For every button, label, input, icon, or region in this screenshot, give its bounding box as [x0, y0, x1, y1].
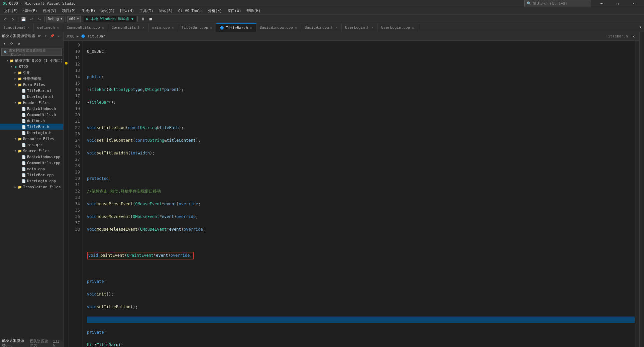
tab-close-commonutils-cpp[interactable]: ✕ [101, 26, 105, 29]
menu-help[interactable]: 帮助(H) [244, 8, 263, 14]
tab-commonutils-h[interactable]: CommonUtils.h ✕ [108, 23, 149, 32]
sidebar-sync-button[interactable]: ⟳ [37, 33, 42, 39]
tab-main-cpp[interactable]: main.cpp ✕ [149, 23, 178, 32]
tab-close-userlogin-cpp[interactable]: ✕ [411, 26, 415, 29]
menu-window[interactable]: 窗口(W) [225, 8, 244, 14]
tab-commonutils-cpp[interactable]: CommonUtils.cpp ✕ [63, 23, 108, 32]
tree-titlebar-cpp[interactable]: 📄 TitleBar.cpp [0, 172, 63, 178]
sidebar-filter-button[interactable]: ⚙ [15, 40, 23, 47]
menu-analyze[interactable]: 分析(N) [205, 8, 225, 14]
tree-source-files[interactable]: ▼ 📁 Source Files [0, 148, 63, 154]
solution-explorer-sidebar: 解决方案资源管理器 ⟳ ▾ 📌 ✕ ⬇ ⟳ ⚙ 🔍 搜索解决方案资源管理器(Ct… [0, 32, 64, 347]
tab-close-commonutils-h[interactable]: ✕ [142, 26, 145, 29]
tree-main-cpp[interactable]: 📄 main.cpp [0, 166, 63, 172]
tab-close-basicwindow-h[interactable]: ✕ [335, 26, 338, 29]
vertical-scrollbar[interactable] [635, 41, 639, 347]
menu-edit[interactable]: 编辑(E) [21, 8, 40, 14]
tab-close-titlebar-cpp[interactable]: ✕ [209, 26, 213, 29]
menu-debug[interactable]: 调试(D) [98, 8, 117, 14]
tree-define-h[interactable]: 📄 define.h [0, 118, 63, 124]
menu-project[interactable]: 项目(P) [60, 8, 79, 14]
tab-functional[interactable]: functional ✕ [0, 23, 34, 32]
tree-label: 外部依赖项 [23, 76, 41, 81]
menu-file[interactable]: 文件(F) [1, 8, 21, 14]
sidebar-refresh-button[interactable]: ⟳ [8, 40, 15, 47]
config-dropdown[interactable]: Debug ▾ [46, 16, 64, 22]
menu-team[interactable]: 团队(M) [117, 8, 137, 14]
menu-test[interactable]: 测试(S) [156, 8, 176, 14]
tree-form-files[interactable]: ▼ 📁 Form Files [0, 82, 63, 88]
team-explorer-tab[interactable]: 团队资源管理器 [30, 339, 49, 347]
tree-basicwindow-h[interactable]: 📄 BasicWindow.h [0, 106, 63, 112]
tree-qtqq[interactable]: ▼ ◆ QTQQ [0, 64, 63, 70]
tree-userlogin-cpp[interactable]: 📄 UserLogin.cpp [0, 178, 63, 184]
tab-titlebar-h[interactable]: 🔷 TitleBar.h ✕ [216, 23, 256, 32]
stop-button[interactable]: ⏹ [147, 15, 154, 23]
tab-titlebar-cpp[interactable]: TitleBar.cpp ✕ [178, 23, 217, 32]
redo-button[interactable]: ↪ [36, 15, 43, 23]
tree-resource-files[interactable]: ▼ 📁 Resource Files [0, 136, 63, 142]
sidebar-search-box[interactable]: 🔍 搜索解决方案资源管理器(Ctrl+;) [1, 48, 62, 56]
tree-userlogin-ui[interactable]: 📄 UserLogin.ui [0, 94, 63, 100]
code-editor[interactable]: Q_OBJECT public: TitleBar(ButtonType typ… [83, 41, 635, 347]
tree-commonutils-cpp[interactable]: 📄 CommonUtils.cpp [0, 160, 63, 166]
forward-button[interactable]: ▷ [9, 15, 17, 23]
tab-basicwindow-h[interactable]: BasicWindow.h ✕ [301, 23, 342, 32]
run-button[interactable]: ▶ 本地 Windows 调试器 ▼ [84, 16, 136, 22]
tab-userlogin-h[interactable]: UserLogin.h ✕ [342, 23, 378, 32]
sidebar-pin-button[interactable]: 📌 [49, 33, 55, 39]
save-button[interactable]: 💾 [20, 15, 27, 23]
tree-references[interactable]: ▶ 📁 引用 [0, 70, 63, 76]
tab-userlogin-cpp[interactable]: UserLogin.cpp ✕ [378, 23, 418, 32]
tree-res-qrc[interactable]: 📄 res.qrc [0, 142, 63, 148]
sidebar-settings-button[interactable]: ▾ [43, 33, 48, 39]
tree-arrow [17, 143, 21, 147]
folder-icon: 📁 [17, 70, 22, 75]
close-button[interactable]: ✕ [626, 0, 641, 7]
tab-close-define-h[interactable]: ✕ [56, 26, 60, 29]
menu-build[interactable]: 生成(B) [79, 8, 98, 14]
tab-label: CommonUtils.h [112, 25, 140, 30]
tab-close-titlebar-h[interactable]: ✕ [249, 26, 253, 30]
tree-header-files[interactable]: ▼ 📁 Header Files [0, 100, 63, 106]
solution-explorer-tab[interactable]: 解决方案资源管... [2, 338, 26, 347]
pause-button[interactable]: ⏸ [139, 15, 146, 23]
undo-button[interactable]: ↩ [28, 15, 35, 23]
tree-translation-files[interactable]: ▶ 📁 Translation Files [0, 184, 63, 190]
tree-external-deps[interactable]: ▶ 📁 外部依赖项 [0, 76, 63, 82]
tree-label: UserLogin.h [27, 131, 51, 135]
search-icon: 🔍 [527, 1, 531, 6]
tree-commonutils-h[interactable]: 📄 CommonUtils.h [0, 112, 63, 118]
platform-dropdown[interactable]: x64 ▾ [67, 16, 81, 22]
back-button[interactable]: ◁ [1, 15, 9, 23]
tab-basicwindow-cpp[interactable]: BasicWindow.cpp ✕ [256, 23, 301, 32]
indicator-line-16 [64, 85, 69, 92]
tree-userlogin-h[interactable]: 📄 UserLogin.h [0, 130, 63, 136]
menu-tools[interactable]: 工具(T) [137, 8, 156, 14]
tab-close-userlogin-h[interactable]: ✕ [371, 26, 374, 29]
tab-define-h[interactable]: define.h ✕ [34, 23, 63, 32]
tree-titlebar-ui[interactable]: 📄 TitleBar.ui [0, 88, 63, 94]
tree-arrow: ▼ [13, 149, 17, 153]
menu-view[interactable]: 视图(V) [40, 8, 60, 14]
tab-close-main-cpp[interactable]: ✕ [171, 26, 175, 29]
editor-close-button[interactable]: ✕ [630, 33, 637, 40]
tree-basicwindow-cpp[interactable]: 📄 BasicWindow.cpp [0, 154, 63, 160]
sidebar-collapse-button[interactable]: ⬇ [1, 40, 8, 47]
indicator-line-38 [64, 225, 69, 231]
code-line-17: void setTitleWidth(int width); [87, 150, 635, 156]
tab-close-basicwindow-cpp[interactable]: ✕ [294, 26, 298, 29]
tab-label: functional [3, 25, 25, 30]
minimize-button[interactable]: ─ [594, 0, 609, 7]
tree-solution[interactable]: ▼ 📁 解决方案'QtQQ'(1 个项目) [0, 57, 63, 64]
menu-qt-tools[interactable]: Qt VS Tools [176, 8, 205, 14]
tab-close-functional[interactable]: ✕ [27, 26, 30, 29]
indicator-line-30 [64, 174, 69, 181]
tree-titlebar-h[interactable]: 📄 TitleBar.h [0, 124, 63, 130]
quick-launch-search[interactable]: 🔍 快速启动 (Ctrl+Q) [524, 0, 591, 7]
tab-overflow-button[interactable]: ▾ [637, 23, 644, 31]
sidebar-close-button[interactable]: ✕ [56, 33, 61, 39]
zoom-level: 133 % [53, 339, 61, 347]
maximize-button[interactable]: □ [610, 0, 625, 7]
tree-arrow [17, 119, 21, 123]
